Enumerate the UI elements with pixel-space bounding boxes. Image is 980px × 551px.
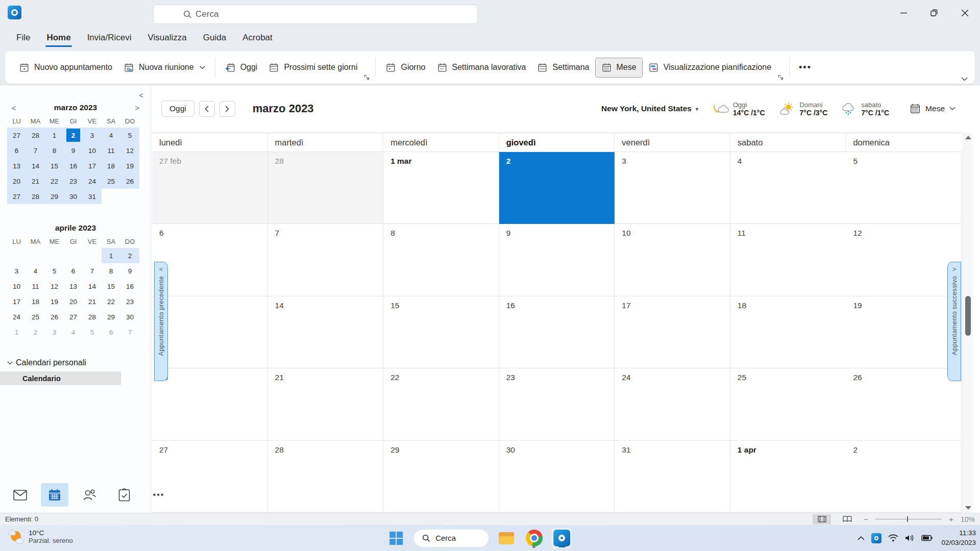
- mini-calendar-day[interactable]: 5: [45, 263, 64, 279]
- day-cell[interactable]: 14: [268, 296, 384, 368]
- mini-calendar-day[interactable]: [45, 248, 64, 263]
- taskbar-search[interactable]: Cerca: [413, 529, 489, 547]
- mini-calendar-day[interactable]: 20: [64, 294, 83, 309]
- mini-calendar-day[interactable]: 28: [26, 189, 45, 204]
- calendar-module-button[interactable]: [41, 483, 68, 507]
- day-cell[interactable]: 3: [615, 152, 730, 224]
- mini-calendar-day[interactable]: 22: [45, 173, 64, 189]
- mini-calendar-day[interactable]: 2: [120, 248, 139, 263]
- mini-calendar-day[interactable]: 9: [120, 263, 139, 279]
- people-module-button[interactable]: [76, 483, 103, 507]
- week-view-button[interactable]: Settimana: [531, 58, 595, 77]
- day-cell[interactable]: 30: [499, 441, 615, 513]
- search-bar[interactable]: [153, 5, 478, 24]
- day-cell[interactable]: 2: [846, 441, 962, 513]
- reading-view-button[interactable]: [838, 514, 856, 524]
- month-view-button[interactable]: Mese: [595, 58, 643, 78]
- mini-calendar-day[interactable]: [83, 248, 102, 263]
- day-cell[interactable]: 17: [615, 296, 730, 368]
- mini-calendar-day[interactable]: 12: [120, 143, 139, 158]
- zoom-in-button[interactable]: +: [949, 515, 953, 523]
- mini-calendar-day[interactable]: 27: [7, 128, 26, 143]
- day-cell[interactable]: 15: [383, 296, 499, 368]
- mini-calendar-day[interactable]: 3: [7, 263, 26, 279]
- mini-calendar-day[interactable]: 24: [7, 309, 26, 324]
- day-cell[interactable]: 7: [268, 224, 384, 296]
- mini-calendar-day[interactable]: 27: [64, 309, 83, 324]
- mini-calendar-day[interactable]: 21: [83, 294, 102, 309]
- day-cell[interactable]: 24: [615, 368, 730, 440]
- mini-calendar-day[interactable]: 5: [83, 324, 102, 340]
- mini-calendar-day[interactable]: 27: [7, 189, 26, 204]
- day-cell[interactable]: 9: [499, 224, 615, 296]
- goto-dialog-launcher-icon[interactable]: [364, 74, 370, 81]
- day-cell[interactable]: 26: [846, 368, 962, 440]
- new-meeting-button[interactable]: Nuova riunione: [118, 58, 211, 77]
- outlook-tray-icon[interactable]: [871, 533, 881, 543]
- mini-calendar-day[interactable]: 13: [7, 158, 26, 173]
- mini-calendar-day[interactable]: 2: [26, 324, 45, 340]
- day-cell[interactable]: 27: [152, 441, 268, 513]
- view-mode-selector[interactable]: Mese: [910, 103, 955, 114]
- today-button[interactable]: Oggi: [219, 58, 263, 77]
- mini-calendar-day[interactable]: 3: [83, 128, 102, 143]
- mini-calendar-day[interactable]: 8: [102, 263, 120, 279]
- mini-calendar-day[interactable]: 20: [7, 173, 26, 189]
- mini-calendar-day[interactable]: 10: [83, 143, 102, 158]
- mini-calendar-day[interactable]: 25: [26, 309, 45, 324]
- mini-calendar-day[interactable]: 23: [120, 294, 139, 309]
- close-button[interactable]: [949, 0, 980, 26]
- tasks-module-button[interactable]: [110, 483, 138, 507]
- mini-calendar-day[interactable]: 4: [26, 263, 45, 279]
- taskbar-weather-widget[interactable]: 10°C Parzial. sereno: [7, 528, 73, 545]
- mini-calendar-day[interactable]: 9: [64, 143, 83, 158]
- day-cell[interactable]: 22: [383, 368, 499, 440]
- mini-calendar-day[interactable]: 13: [64, 279, 83, 294]
- more-commands-button[interactable]: •••: [794, 59, 817, 76]
- day-cell[interactable]: 8: [383, 224, 499, 296]
- mini-calendar-day[interactable]: 4: [102, 128, 120, 143]
- wifi-icon[interactable]: [888, 534, 898, 542]
- mini-calendar-day[interactable]: 7: [120, 324, 139, 340]
- mini-calendar-day[interactable]: 14: [26, 158, 45, 173]
- mini-calendar-day[interactable]: 18: [102, 158, 120, 173]
- collapse-sidebar-icon[interactable]: <: [139, 91, 143, 99]
- mini-calendar-day[interactable]: 4: [64, 324, 83, 340]
- mini-calendar-day[interactable]: 28: [83, 309, 102, 324]
- chrome-button[interactable]: [524, 528, 544, 548]
- scroll-down-arrow[interactable]: [965, 506, 971, 510]
- mini-calendar-day[interactable]: 30: [120, 309, 139, 324]
- mini-calendar-day[interactable]: 8: [45, 143, 64, 158]
- scroll-up-arrow[interactable]: [965, 136, 971, 139]
- new-appointment-button[interactable]: Nuovo appuntamento: [13, 58, 118, 77]
- weather-saturday[interactable]: sabato 7°C /1°C: [841, 101, 889, 117]
- mini-calendar-day[interactable]: 11: [102, 143, 120, 158]
- mini-calendar-day[interactable]: 11: [26, 279, 45, 294]
- weather-location-selector[interactable]: New York, United States▾: [601, 104, 698, 113]
- previous-month-button[interactable]: [199, 101, 215, 117]
- mini-calendar-day[interactable]: 1: [45, 128, 64, 143]
- menu-help[interactable]: Guida: [195, 27, 234, 49]
- mini-calendar-day[interactable]: 10: [7, 279, 26, 294]
- mini-calendar-day[interactable]: [26, 248, 45, 263]
- day-cell[interactable]: 25: [730, 368, 846, 440]
- day-cell[interactable]: 6: [152, 224, 268, 296]
- day-cell[interactable]: 28: [268, 152, 384, 224]
- day-cell[interactable]: 5: [846, 152, 962, 224]
- previous-appointment-tab[interactable]: < Appuntamento precedente: [154, 262, 168, 381]
- menu-file[interactable]: File: [8, 27, 38, 49]
- mini-calendar-day[interactable]: 6: [102, 324, 120, 340]
- mini-calendar-day[interactable]: 6: [64, 263, 83, 279]
- mini-calendar-day[interactable]: 15: [45, 158, 64, 173]
- zoom-slider[interactable]: [875, 519, 942, 519]
- mini-next-month-button[interactable]: >: [131, 104, 144, 112]
- day-cell[interactable]: 2: [499, 152, 615, 224]
- mini-calendar-day[interactable]: 26: [45, 309, 64, 324]
- weather-today[interactable]: Oggi 14°C /1°C: [712, 101, 765, 117]
- mini-calendar-day[interactable]: 19: [45, 294, 64, 309]
- day-cell[interactable]: 12: [846, 224, 962, 296]
- mini-calendar-day[interactable]: 17: [83, 158, 102, 173]
- mini-calendar-day[interactable]: 16: [120, 279, 139, 294]
- arrange-dialog-launcher-icon[interactable]: [778, 74, 784, 81]
- day-cell[interactable]: 11: [730, 224, 846, 296]
